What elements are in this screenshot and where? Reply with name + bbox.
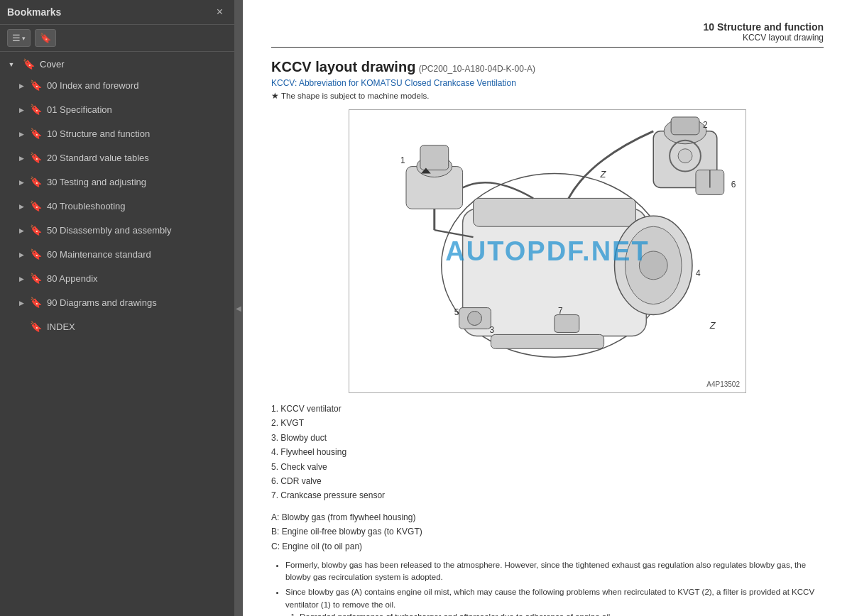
label-10-struct: 10 Structure and function (47, 128, 229, 139)
svg-rect-9 (420, 145, 449, 170)
note-star: ★ (271, 92, 279, 100)
sub-bullet-item: Degraded performance of turbocharger and… (300, 611, 824, 616)
bookmark-icon-01: 🔖 (30, 104, 43, 115)
sidebar-title: Bookmarks (7, 6, 61, 18)
svg-text:3: 3 (489, 325, 494, 335)
arrow-00-index (16, 82, 27, 89)
bullet-item: Formerly, blowby gas has been released t… (285, 559, 824, 584)
parts-item: 2. KVGT (271, 416, 824, 430)
main-content: 10 Structure and function KCCV layout dr… (243, 0, 852, 616)
pdf-page: 10 Structure and function KCCV layout dr… (243, 0, 852, 616)
sidebar-item-90-diagrams[interactable]: 🔖 90 Diagrams and drawings (0, 290, 234, 314)
sidebar-toolbar: ☰ ▾ 🔖 (0, 25, 234, 52)
arrow-60-maint (16, 251, 27, 258)
parts-item: 1. KCCV ventilator (271, 402, 824, 416)
svg-text:Z: Z (709, 320, 716, 331)
bookmark-icon-cover: 🔖 (23, 58, 36, 70)
parts-item: 5. Check valve (271, 460, 824, 474)
page-header-sub: KCCV layout drawing (271, 33, 824, 43)
svg-text:7: 7 (558, 306, 563, 316)
arrow-50-disasm (16, 226, 27, 234)
parts-item: 4. Flywheel housing (271, 445, 824, 459)
label-30-test: 30 Testing and adjusting (47, 177, 229, 187)
dropdown-arrow-icon: ▾ (22, 35, 26, 42)
svg-text:6: 6 (731, 180, 736, 189)
bookmark-icon-20: 🔖 (30, 152, 43, 163)
svg-rect-14 (671, 117, 699, 135)
label-20-std: 20 Standard value tables (47, 153, 229, 163)
svg-rect-20 (555, 315, 579, 333)
bookmark-icon-30: 🔖 (30, 176, 43, 187)
list-icon: ☰ (12, 33, 21, 43)
sidebar-item-80-appendix[interactable]: 🔖 80 Appendix (0, 266, 234, 290)
sidebar-header: Bookmarks × (0, 0, 234, 25)
bookmark-icon-button[interactable]: 🔖 (35, 29, 56, 47)
sidebar-item-index[interactable]: 🔖 INDEX (0, 314, 234, 339)
sidebar-item-cover[interactable]: 🔖 Cover (0, 55, 234, 73)
legend-item: B: Engine oil-free blowby gas (to KVGT) (271, 524, 824, 539)
bookmark-icon-50: 🔖 (30, 224, 43, 236)
label-60-maint: 60 Maintenance standard (47, 249, 229, 260)
diagram-reference: A4P13502 (706, 380, 740, 388)
sidebar-item-01-specification[interactable]: 🔖 01 Specification (0, 97, 234, 121)
label-40-trouble: 40 Troubleshooting (47, 201, 229, 211)
expand-arrow-cover (6, 60, 17, 68)
arrow-30-test (16, 178, 27, 186)
sidebar: Bookmarks × ☰ ▾ 🔖 🔖 Cover 🔖 00 Index and… (0, 0, 234, 616)
sidebar-item-00-index[interactable]: 🔖 00 Index and foreword (0, 73, 234, 97)
parts-list: 1. KCCV ventilator2. KVGT3. Blowby duct4… (271, 402, 824, 503)
section-model: (PC200_10-A180-04D-K-00-A) (419, 64, 535, 74)
svg-text:2: 2 (703, 120, 708, 130)
engine-diagram-svg: 1 2 3 4 5 6 7 Z Z (349, 110, 746, 392)
cover-label: Cover (40, 59, 229, 70)
sidebar-item-10-structure[interactable]: 🔖 10 Structure and function (0, 121, 234, 145)
section-subtitle: KCCV: Abbreviation for KOMATSU Closed Cr… (271, 78, 824, 88)
bookmark-icon-00: 🔖 (30, 79, 43, 91)
section-title: KCCV layout drawing (271, 59, 415, 75)
svg-point-16 (678, 149, 692, 163)
sidebar-item-60-maintenance[interactable]: 🔖 60 Maintenance standard (0, 242, 234, 266)
legend-section: A: Blowby gas (from flywheel housing)B: … (271, 510, 824, 554)
panel-resize-handle[interactable] (234, 0, 243, 616)
diagram-container: 1 2 3 4 5 6 7 Z Z (349, 109, 746, 393)
legend-item: C: Engine oil (to oil pan) (271, 539, 824, 554)
bookmark-icon-index: 🔖 (30, 321, 43, 332)
bookmark-icon: 🔖 (40, 33, 51, 43)
svg-point-6 (639, 251, 667, 280)
svg-rect-3 (474, 198, 636, 226)
label-80-app: 80 Appendix (47, 273, 229, 284)
svg-rect-17 (491, 334, 604, 348)
parts-item: 6. CDR valve (271, 474, 824, 488)
arrow-90-diag (16, 299, 27, 307)
note-text: ★ The shape is subject to machine models… (271, 91, 824, 101)
diagram-inner: 1 2 3 4 5 6 7 Z Z (349, 110, 746, 392)
arrow-20-std (16, 154, 27, 162)
bookmark-icon-80: 🔖 (30, 273, 43, 284)
parts-item: 3. Blowby duct (271, 431, 824, 445)
bookmark-icon-10: 🔖 (30, 128, 43, 139)
parts-item: 7. Crankcase pressure sensor (271, 488, 824, 502)
sidebar-item-50-disassembly[interactable]: 🔖 50 Disassembly and assembly (0, 218, 234, 242)
sidebar-item-40-troubleshooting[interactable]: 🔖 40 Troubleshooting (0, 194, 234, 218)
bookmark-list: 🔖 Cover 🔖 00 Index and foreword 🔖 01 Spe… (0, 52, 234, 616)
arrow-10-struct (16, 130, 27, 138)
label-00-index: 00 Index and foreword (47, 80, 229, 91)
sidebar-item-30-testing[interactable]: 🔖 30 Testing and adjusting (0, 170, 234, 194)
label-50-disasm: 50 Disassembly and assembly (47, 225, 229, 236)
arrow-01-spec (16, 106, 27, 114)
arrow-40-trouble (16, 202, 27, 210)
svg-text:4: 4 (696, 268, 701, 278)
svg-text:Z: Z (600, 169, 607, 180)
sidebar-item-20-standard[interactable]: 🔖 20 Standard value tables (0, 145, 234, 170)
svg-text:5: 5 (454, 307, 459, 317)
arrow-80-app (16, 275, 27, 282)
bookmark-menu-button[interactable]: ☰ ▾ (7, 29, 31, 47)
bookmark-icon-40: 🔖 (30, 200, 43, 211)
bullet-item: Since blowby gas (A) contains engine oil… (285, 586, 824, 616)
page-header-main: 10 Structure and function (271, 21, 824, 33)
legend-item: A: Blowby gas (from flywheel housing) (271, 510, 824, 524)
label-index: INDEX (47, 321, 229, 332)
close-button[interactable]: × (212, 4, 227, 20)
bookmark-icon-90: 🔖 (30, 297, 43, 308)
label-90-diag: 90 Diagrams and drawings (47, 297, 229, 308)
